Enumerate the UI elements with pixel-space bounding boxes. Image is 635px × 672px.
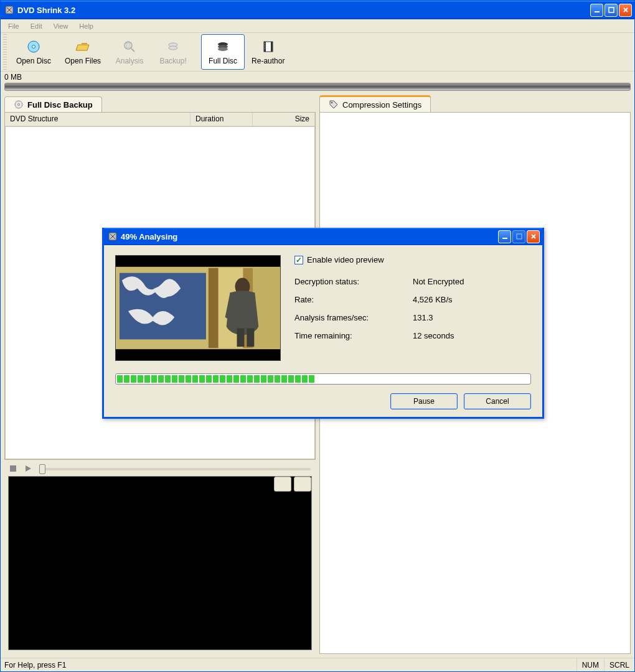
backup-label: Backup! xyxy=(159,57,186,65)
open-files-button[interactable]: Open Files xyxy=(58,34,108,70)
svg-rect-25 xyxy=(517,234,522,239)
window-controls xyxy=(590,4,632,17)
dialog-video-preview xyxy=(115,255,281,361)
dialog-title: 49% Analysing xyxy=(121,232,498,241)
analysing-dialog: 49% Analysing xyxy=(102,228,544,419)
decryption-label: Decryption status: xyxy=(294,277,413,286)
full-disc-label: Full Disc xyxy=(209,57,237,65)
dialog-minimize-button[interactable] xyxy=(498,230,511,243)
sizebar: 0 MB xyxy=(1,72,634,91)
compression-settings-tab[interactable]: Compression Settings xyxy=(319,95,431,112)
decryption-value: Not Encrypted xyxy=(413,277,464,286)
col-structure[interactable]: DVD Structure xyxy=(5,113,190,126)
open-disc-label: Open Disc xyxy=(16,57,51,65)
preview-area xyxy=(4,460,316,654)
preview-mini-button-1[interactable] xyxy=(274,477,291,492)
preview-mini-button-2[interactable] xyxy=(294,477,311,492)
menubar: File Edit View Help xyxy=(1,19,634,33)
preview-controls xyxy=(8,462,312,476)
stop-icon[interactable] xyxy=(9,465,18,474)
svg-point-11 xyxy=(218,47,228,51)
slider-thumb[interactable] xyxy=(39,464,45,474)
reauthor-button[interactable]: Re-author xyxy=(245,34,291,70)
enable-preview-checkbox[interactable]: ✓ Enable video preview xyxy=(294,255,531,264)
svg-point-22 xyxy=(331,102,332,103)
folder-open-icon xyxy=(75,39,90,54)
rate-label: Rate: xyxy=(294,295,413,304)
status-scrl: SCRL xyxy=(604,658,634,671)
svg-rect-24 xyxy=(502,238,507,239)
svg-rect-35 xyxy=(247,329,254,347)
dialog-app-icon xyxy=(108,231,118,241)
maximize-button[interactable] xyxy=(604,4,618,17)
svg-rect-1 xyxy=(595,11,600,12)
fps-label: Analysis frames/sec: xyxy=(294,313,413,322)
toolbar-grip xyxy=(3,34,7,70)
svg-rect-6 xyxy=(126,43,130,48)
svg-rect-21 xyxy=(10,465,16,472)
tag-icon xyxy=(329,100,339,110)
statusbar: For Help, press F1 NUM SCRL xyxy=(1,658,634,671)
full-disc-backup-tab[interactable]: Full Disc Backup xyxy=(4,96,102,112)
pause-button[interactable]: Pause xyxy=(390,393,458,409)
menu-file[interactable]: File xyxy=(3,21,24,31)
menu-edit[interactable]: Edit xyxy=(26,21,47,31)
dialog-close-button[interactable] xyxy=(527,230,540,243)
svg-rect-16 xyxy=(265,45,265,45)
reauthor-label: Re-author xyxy=(252,57,285,65)
preview-slider[interactable] xyxy=(39,468,311,470)
app-icon xyxy=(4,5,14,15)
disc-small-icon xyxy=(14,100,24,110)
open-files-label: Open Files xyxy=(65,57,101,65)
svg-rect-17 xyxy=(265,47,265,47)
svg-rect-15 xyxy=(265,43,265,44)
analysis-button: Analysis xyxy=(108,34,151,70)
fps-value: 131.3 xyxy=(413,313,433,322)
svg-rect-29 xyxy=(209,268,219,348)
film-icon xyxy=(261,39,276,54)
close-button[interactable] xyxy=(619,4,632,17)
time-remaining-value: 12 seconds xyxy=(413,331,454,340)
analysis-label: Analysis xyxy=(116,57,144,65)
time-remaining-label: Time remaining: xyxy=(294,331,413,340)
window-title: DVD Shrink 3.2 xyxy=(17,6,590,15)
main-titlebar[interactable]: DVD Shrink 3.2 xyxy=(1,1,634,19)
svg-point-4 xyxy=(32,45,35,48)
backup-button: Backup! xyxy=(151,34,195,70)
right-panel-title: Compression Settings xyxy=(342,100,421,110)
cancel-button[interactable]: Cancel xyxy=(464,393,531,409)
disc-icon xyxy=(26,39,41,54)
dialog-titlebar[interactable]: 49% Analysing xyxy=(104,228,542,245)
svg-rect-34 xyxy=(237,329,245,347)
rate-value: 4,526 KB/s xyxy=(413,295,453,304)
preview-video xyxy=(8,476,312,650)
svg-rect-18 xyxy=(265,49,265,49)
menu-help[interactable]: Help xyxy=(74,21,98,31)
sizebar-label: 0 MB xyxy=(4,73,22,82)
discs-icon xyxy=(215,39,230,54)
left-panel-title: Full Disc Backup xyxy=(27,100,93,110)
enable-preview-label: Enable video preview xyxy=(307,255,384,264)
svg-rect-32 xyxy=(253,268,280,348)
svg-rect-14 xyxy=(271,42,273,52)
backup-icon xyxy=(166,39,181,54)
checkbox-checked-icon: ✓ xyxy=(294,256,303,264)
minimize-button[interactable] xyxy=(590,4,603,17)
col-duration[interactable]: Duration xyxy=(190,113,253,126)
toolbar: Open Disc Open Files Analysis Backup! Fu… xyxy=(1,33,634,72)
progress-bar xyxy=(115,373,531,385)
svg-point-20 xyxy=(18,104,20,106)
play-icon[interactable] xyxy=(24,465,33,474)
menu-view[interactable]: View xyxy=(49,21,73,31)
status-help: For Help, press F1 xyxy=(1,661,576,670)
dialog-maximize-button xyxy=(512,230,525,243)
full-disc-button[interactable]: Full Disc xyxy=(201,34,245,70)
open-disc-button[interactable]: Open Disc xyxy=(9,34,58,70)
sizebar-track xyxy=(4,83,631,91)
list-header: DVD Structure Duration Size xyxy=(5,113,315,126)
magnifier-icon xyxy=(122,39,137,54)
status-num: NUM xyxy=(576,658,604,671)
col-size[interactable]: Size xyxy=(253,113,315,126)
svg-point-8 xyxy=(169,46,177,50)
svg-rect-2 xyxy=(609,7,614,12)
